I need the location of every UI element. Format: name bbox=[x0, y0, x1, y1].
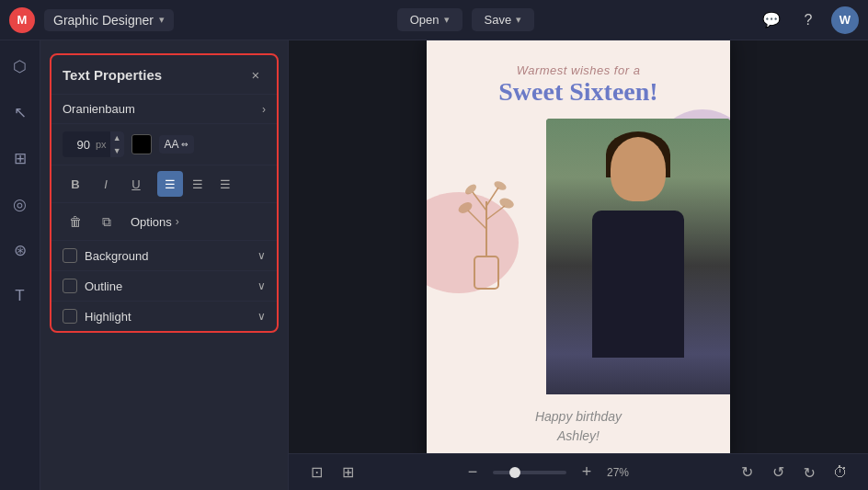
panel: Text Properties × Oranienbaum › 90 px ▲ … bbox=[40, 40, 289, 490]
app-name-button[interactable]: Graphic Designer ▾ bbox=[44, 9, 174, 31]
duplicate-button[interactable]: ⧉ bbox=[94, 209, 120, 234]
highlight-row: Highlight ∨ bbox=[51, 302, 277, 331]
card-subtitle: Warmest wishes for a bbox=[427, 63, 730, 77]
outline-check-left: Outline bbox=[63, 279, 122, 293]
close-button[interactable]: × bbox=[246, 64, 266, 85]
bottombar: ⊡ ⊞ − + 27% ↻ ↺ ↺ ⏱ bbox=[289, 453, 868, 490]
avatar[interactable]: W bbox=[831, 6, 859, 34]
highlight-label: Highlight bbox=[85, 310, 131, 324]
app-name-chevron: ▾ bbox=[159, 14, 165, 26]
background-check-left: Background bbox=[63, 248, 148, 263]
sidebar-item-users[interactable]: ⊛ bbox=[6, 235, 35, 265]
svg-line-5 bbox=[486, 188, 498, 206]
zoom-out-button[interactable]: − bbox=[460, 460, 485, 485]
sidebar-item-text[interactable]: T bbox=[6, 281, 35, 311]
fullscreen-button[interactable]: ⊞ bbox=[335, 460, 360, 485]
zoom-in-button[interactable]: + bbox=[574, 460, 600, 485]
highlight-check-left: Highlight bbox=[63, 309, 131, 324]
app-logo: M bbox=[9, 7, 35, 33]
history-button[interactable]: ⏱ bbox=[828, 460, 853, 485]
bottombar-right: ↻ ↺ ↺ ⏱ bbox=[734, 460, 853, 485]
svg-line-2 bbox=[468, 211, 486, 229]
actions-row: 🗑 ⧉ Options › bbox=[51, 203, 277, 241]
bold-button[interactable]: B bbox=[63, 171, 88, 197]
main-area: ⬡ ↖ ⊞ ◎ ⊛ T Text Properties × Oranienbau… bbox=[0, 40, 868, 490]
highlight-checkbox[interactable] bbox=[63, 309, 77, 324]
zoom-slider[interactable] bbox=[493, 471, 566, 474]
svg-line-3 bbox=[486, 206, 505, 220]
text-properties-panel: Text Properties × Oranienbaum › 90 px ▲ … bbox=[50, 53, 279, 333]
canvas-area: Warmest wishes for a Sweet Sixteen! Happ… bbox=[289, 40, 868, 490]
sidebar-item-layers[interactable]: ⊞ bbox=[6, 143, 35, 173]
background-label: Background bbox=[85, 249, 148, 263]
open-button[interactable]: Open ▾ bbox=[397, 8, 463, 31]
options-button[interactable]: Options › bbox=[125, 211, 185, 233]
plant-area bbox=[445, 146, 528, 293]
app-name-label: Graphic Designer bbox=[53, 13, 154, 28]
size-arrows: ▲ ▼ bbox=[110, 131, 124, 157]
italic-button[interactable]: I bbox=[93, 171, 119, 197]
undo-button[interactable]: ↺ bbox=[765, 460, 791, 485]
outline-expand-icon[interactable]: ∨ bbox=[257, 279, 266, 292]
sidebar-item-cursor[interactable]: ↖ bbox=[6, 97, 35, 127]
svg-point-9 bbox=[493, 179, 508, 191]
align-center-button[interactable]: ☰ bbox=[185, 171, 211, 197]
photo-area bbox=[546, 119, 730, 413]
sidebar-item-elements[interactable]: ◎ bbox=[6, 189, 35, 219]
save-button[interactable]: Save ▾ bbox=[472, 8, 535, 31]
text-properties-title: Text Properties bbox=[63, 67, 162, 83]
card-top-text: Warmest wishes for a Sweet Sixteen! bbox=[427, 63, 730, 107]
chat-button[interactable]: 💬 bbox=[758, 6, 785, 34]
zoom-percent: 27% bbox=[607, 466, 634, 479]
person-body bbox=[592, 211, 684, 358]
highlight-expand-icon[interactable]: ∨ bbox=[257, 310, 266, 323]
font-row: Oranienbaum › bbox=[51, 95, 277, 124]
reset-view-button[interactable]: ↻ bbox=[734, 460, 760, 485]
size-value: 90 bbox=[63, 134, 96, 155]
align-right-button[interactable]: ☰ bbox=[212, 171, 238, 197]
size-up-button[interactable]: ▲ bbox=[110, 131, 124, 144]
text-color-swatch[interactable] bbox=[131, 134, 152, 154]
svg-point-7 bbox=[498, 196, 515, 210]
format-row: B I U ☰ ☰ ☰ bbox=[51, 165, 277, 203]
outline-row: Outline ∨ bbox=[51, 271, 277, 302]
outline-label: Outline bbox=[85, 279, 122, 293]
redo-button[interactable]: ↺ bbox=[796, 460, 822, 485]
person-head bbox=[611, 137, 666, 201]
photo-person bbox=[546, 119, 730, 413]
font-chevron-icon[interactable]: › bbox=[262, 103, 266, 116]
font-name-label: Oranienbaum bbox=[63, 102, 135, 116]
size-row: 90 px ▲ ▼ AA ⇔ bbox=[51, 124, 277, 165]
topbar-center: Open ▾ Save ▾ bbox=[174, 8, 758, 31]
canvas-content: Warmest wishes for a Sweet Sixteen! Happ… bbox=[289, 40, 868, 453]
plant-svg bbox=[445, 146, 528, 293]
outline-checkbox[interactable] bbox=[63, 279, 77, 293]
size-down-button[interactable]: ▼ bbox=[110, 144, 124, 157]
fit-view-button[interactable]: ⊡ bbox=[303, 460, 329, 485]
aa-arrows-icon: ⇔ bbox=[181, 140, 188, 149]
topbar: M Graphic Designer ▾ Open ▾ Save ▾ 💬 ? W bbox=[0, 0, 868, 40]
card-bottom-banner: Happy birthday Ashley! bbox=[427, 394, 730, 454]
topbar-right: 💬 ? W bbox=[758, 6, 859, 34]
svg-point-8 bbox=[463, 182, 478, 196]
bottombar-left: ⊡ ⊞ bbox=[303, 460, 360, 485]
icon-sidebar: ⬡ ↖ ⊞ ◎ ⊛ T bbox=[0, 40, 40, 490]
svg-rect-0 bbox=[474, 256, 498, 289]
underline-button[interactable]: U bbox=[123, 171, 149, 197]
svg-line-4 bbox=[473, 192, 486, 211]
bottombar-center: − + 27% bbox=[460, 460, 634, 485]
text-properties-header: Text Properties × bbox=[51, 55, 277, 95]
align-left-button[interactable]: ☰ bbox=[157, 171, 183, 197]
delete-button[interactable]: 🗑 bbox=[63, 209, 88, 234]
card-bottom-text: Happy birthday Ashley! bbox=[440, 407, 717, 446]
background-expand-icon[interactable]: ∨ bbox=[257, 249, 266, 262]
size-input-group: 90 px ▲ ▼ bbox=[63, 131, 124, 157]
card-title: Sweet Sixteen! bbox=[427, 77, 730, 107]
background-row: Background ∨ bbox=[51, 241, 277, 271]
help-button[interactable]: ? bbox=[794, 6, 822, 34]
background-checkbox[interactable] bbox=[63, 248, 77, 263]
size-unit: px bbox=[96, 139, 110, 150]
sidebar-item-shapes[interactable]: ⬡ bbox=[6, 51, 35, 81]
design-card: Warmest wishes for a Sweet Sixteen! Happ… bbox=[427, 40, 730, 453]
font-case-button[interactable]: AA ⇔ bbox=[159, 135, 194, 154]
